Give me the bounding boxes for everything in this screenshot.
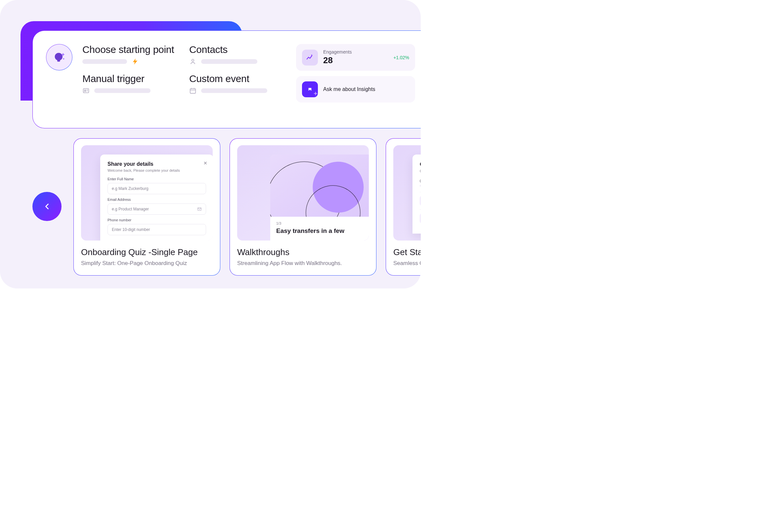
user-icon [189,58,197,65]
chevron-left-icon [42,202,52,211]
starting-point-column-middle: Contacts Custom event [189,44,284,118]
card-preview: ✕ Share your details Welcome back, Pleas… [81,145,213,240]
sparkle-icon [311,91,320,99]
checklist-preview-modal: Getting Started Complete all the 0% Comp… [412,154,421,234]
svg-point-0 [55,53,63,61]
lightning-icon [132,58,139,65]
checklist-heading: Getting Started [420,161,421,168]
phone-input: Enter 10-digit number [107,224,206,235]
placeholder-bar [201,88,267,93]
checklist-progress-bar [420,185,421,186]
option-manual-trigger[interactable]: Manual trigger [82,73,177,94]
placeholder-bar [94,88,151,93]
walkthrough-caption-panel: 1/3 Easy transfers in a few [270,217,369,240]
form-preview-modal: ✕ Share your details Welcome back, Pleas… [100,154,213,240]
card-title: Onboarding Quiz -Single Page [81,247,213,257]
template-card-onboarding-quiz[interactable]: ✕ Share your details Welcome back, Pleas… [73,138,220,276]
trend-sparkle-icon [302,50,318,66]
user-icon [420,213,421,224]
walkthrough-caption-title: Easy transfers in a few [276,227,366,235]
id-card-icon [82,87,90,94]
card-preview: 1/3 Easy transfers in a few [237,145,369,240]
lightbulb-icon [53,51,66,64]
option-title: Custom event [189,73,284,84]
option-custom-event[interactable]: Custom event [189,73,284,94]
form-label: Email Address [107,198,206,202]
insights-prompt-text: Ask me about Insights [323,86,375,92]
option-title: Manual trigger [82,73,177,84]
input-placeholder: Enter 10-digit number [112,227,150,232]
svg-rect-2 [83,89,89,93]
stat-delta: +1.02% [393,55,409,60]
bag-icon [420,196,421,206]
name-input: e.g Mark Zuckerburg [107,183,206,194]
checklist-progress-label: 0% Completed [420,179,421,183]
option-contacts[interactable]: Contacts [189,44,284,65]
carousel-prev-button[interactable] [32,192,62,221]
checklist-subheading: Complete all the [420,169,421,173]
placeholder-bar [82,59,127,64]
card-subtitle: Simplify Start: One-Page Onboarding Quiz [81,260,213,267]
card-subtitle: Seamless Onboarding [393,260,421,267]
form-label: Enter Full Name [107,177,206,181]
svg-point-4 [192,59,194,61]
option-title: Choose starting point [82,44,177,55]
stat-label: Engagements [323,49,388,55]
close-icon: ✕ [204,160,208,166]
insights-ai-icon [302,81,318,97]
input-placeholder: e.g Product Manager [112,207,149,211]
card-title: Walkthroughs [237,247,369,257]
option-title: Contacts [189,44,284,55]
ask-insights-card[interactable]: Ask me about Insights [296,76,415,102]
card-preview: Getting Started Complete all the 0% Comp… [393,145,421,240]
engagements-stat-card[interactable]: Engagements 28 +1.02% [296,44,415,71]
starting-point-panel: Choose starting point Manual trigger [32,30,421,128]
svg-rect-5 [190,89,196,94]
stats-column: Engagements 28 +1.02% [296,44,415,118]
template-card-walkthroughs[interactable]: 1/3 Easy transfers in a few Walkthroughs… [230,138,376,276]
input-placeholder: e.g Mark Zuckerburg [112,186,149,191]
svg-rect-1 [57,60,60,62]
template-card-get-started[interactable]: Getting Started Complete all the 0% Comp… [386,138,421,276]
idea-bulb-avatar [46,44,72,70]
card-subtitle: Streamlining App Flow with Walkthroughs. [237,260,369,267]
stat-value: 28 [323,55,388,66]
checklist-item: Create Provide [420,192,421,210]
app-viewport: Choose starting point Manual trigger [0,0,421,289]
templates-carousel: ✕ Share your details Welcome back, Pleas… [73,138,421,276]
option-choose-starting-point[interactable]: Choose starting point [82,44,177,65]
card-title: Get Started [393,247,421,257]
svg-point-9 [313,162,364,213]
checklist-item: Verify Provide [420,210,421,227]
placeholder-bar [201,59,257,64]
walkthrough-step-indicator: 1/3 [276,221,366,225]
starting-point-column-left: Choose starting point Manual trigger [82,44,177,118]
form-label: Phone number [107,218,206,222]
calendar-icon [189,87,197,94]
mail-icon [197,207,202,211]
form-subheading: Welcome back, Please complete your detai… [107,168,206,172]
email-input: e.g Product Manager [107,204,206,215]
svg-point-3 [84,90,86,91]
form-heading: Share your details [107,161,206,167]
